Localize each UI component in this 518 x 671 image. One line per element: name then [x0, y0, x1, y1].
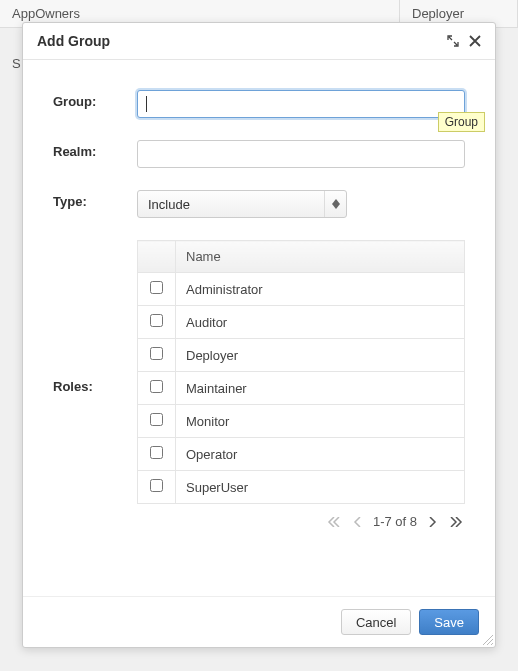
- form-row-type: Type: Include: [53, 190, 465, 218]
- role-checkbox-cell: [138, 273, 176, 306]
- roles-pager: 1-7 of 8: [137, 514, 465, 529]
- group-input[interactable]: [137, 90, 465, 118]
- role-name-cell: Operator: [176, 438, 465, 471]
- role-checkbox-cell: [138, 372, 176, 405]
- role-checkbox-cell: [138, 339, 176, 372]
- label-realm: Realm:: [53, 140, 137, 159]
- table-row: Deployer: [138, 339, 465, 372]
- role-checkbox[interactable]: [150, 380, 163, 393]
- role-checkbox[interactable]: [150, 479, 163, 492]
- pager-prev-icon[interactable]: [351, 515, 365, 529]
- table-row: Monitor: [138, 405, 465, 438]
- modal-header: Add Group: [23, 23, 495, 60]
- cancel-button[interactable]: Cancel: [341, 609, 411, 635]
- role-checkbox-cell: [138, 471, 176, 504]
- label-group: Group:: [53, 90, 137, 109]
- modal-title: Add Group: [37, 33, 110, 49]
- pager-next-icon[interactable]: [425, 515, 439, 529]
- role-checkbox[interactable]: [150, 314, 163, 327]
- table-row: Maintainer: [138, 372, 465, 405]
- modal-footer: Cancel Save: [23, 596, 495, 647]
- role-name-cell: Deployer: [176, 339, 465, 372]
- role-checkbox[interactable]: [150, 347, 163, 360]
- type-select[interactable]: Include: [137, 190, 347, 218]
- field-group: Group: [137, 90, 465, 118]
- close-icon[interactable]: [469, 34, 481, 49]
- form-row-group: Group: Group: [53, 90, 465, 118]
- roles-table: Name AdministratorAuditorDeployerMaintai…: [137, 240, 465, 504]
- form-row-realm: Realm:: [53, 140, 465, 168]
- modal-body: Group: Group Realm: Type: Include: [23, 60, 495, 596]
- form-row-roles: Roles: Name AdministratorAuditorDeployer…: [53, 240, 465, 529]
- text-caret: [146, 96, 147, 112]
- add-group-modal: Add Group Group: Group Realm:: [22, 22, 496, 648]
- role-name-cell: SuperUser: [176, 471, 465, 504]
- roles-header-checkbox-col: [138, 241, 176, 273]
- label-roles: Roles:: [53, 375, 137, 394]
- group-tooltip: Group: [438, 112, 485, 132]
- role-checkbox[interactable]: [150, 281, 163, 294]
- save-button[interactable]: Save: [419, 609, 479, 635]
- role-name-cell: Monitor: [176, 405, 465, 438]
- field-type: Include: [137, 190, 465, 218]
- role-name-cell: Auditor: [176, 306, 465, 339]
- role-checkbox-cell: [138, 306, 176, 339]
- role-checkbox[interactable]: [150, 413, 163, 426]
- table-row: Administrator: [138, 273, 465, 306]
- roles-header-name: Name: [176, 241, 465, 273]
- role-checkbox-cell: [138, 405, 176, 438]
- resize-handle-icon[interactable]: [481, 633, 493, 645]
- pager-status: 1-7 of 8: [373, 514, 417, 529]
- expand-icon[interactable]: [447, 34, 459, 49]
- pager-last-icon[interactable]: [447, 515, 465, 529]
- role-checkbox-cell: [138, 438, 176, 471]
- role-name-cell: Administrator: [176, 273, 465, 306]
- field-realm: [137, 140, 465, 168]
- label-type: Type:: [53, 190, 137, 209]
- table-row: Auditor: [138, 306, 465, 339]
- table-row: Operator: [138, 438, 465, 471]
- role-name-cell: Maintainer: [176, 372, 465, 405]
- role-checkbox[interactable]: [150, 446, 163, 459]
- modal-window-controls: [447, 34, 481, 49]
- field-roles: Name AdministratorAuditorDeployerMaintai…: [137, 240, 465, 529]
- pager-first-icon[interactable]: [325, 515, 343, 529]
- table-row: SuperUser: [138, 471, 465, 504]
- realm-input[interactable]: [137, 140, 465, 168]
